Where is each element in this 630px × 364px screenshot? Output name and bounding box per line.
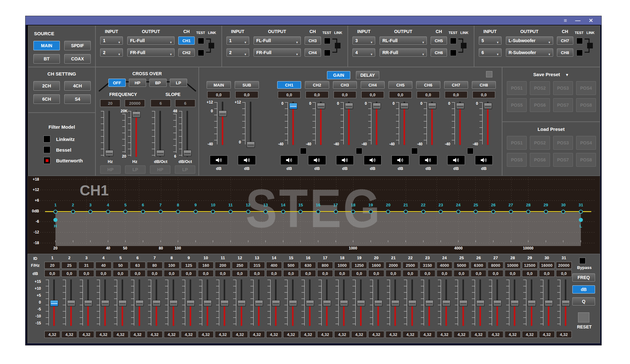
- eq-band-q[interactable]: 4,32: [215, 331, 231, 338]
- gain-pair-link-checkbox-4[interactable]: [467, 148, 473, 154]
- gain-value-ch2[interactable]: 0,0: [306, 91, 328, 98]
- mute-button-sub[interactable]: [238, 155, 256, 165]
- save-preset-pos1[interactable]: POS1: [507, 81, 527, 95]
- band-marker[interactable]: [544, 210, 548, 214]
- eq-band-frequency[interactable]: 4000: [437, 262, 452, 269]
- load-preset-pos8[interactable]: POS8: [576, 153, 596, 167]
- gain-value-main[interactable]: 0,0: [207, 91, 230, 98]
- eq-band-q[interactable]: 4,32: [181, 331, 197, 338]
- menu-icon[interactable]: ≡: [564, 18, 567, 23]
- eq-band-db[interactable]: 0,0: [488, 270, 503, 277]
- eq-band-fader-28-handle[interactable]: [511, 300, 519, 306]
- test-checkbox-ch3[interactable]: [324, 38, 330, 44]
- eq-band-q[interactable]: 4,32: [249, 331, 265, 338]
- eq-band-fader-24-handle[interactable]: [442, 300, 450, 306]
- ch-setting-button-4ch[interactable]: 4CH: [64, 81, 91, 91]
- eq-band-q[interactable]: 4,32: [266, 331, 282, 338]
- band-marker[interactable]: [526, 210, 530, 214]
- eq-band-fader-13-handle[interactable]: [255, 300, 263, 306]
- gain-pair-link-checkbox-3[interactable]: [411, 148, 418, 154]
- gain-value-ch5[interactable]: 0,0: [389, 91, 412, 98]
- ch-select-button-ch5[interactable]: CH5: [431, 36, 447, 45]
- hp-crossover-marker[interactable]: [54, 218, 58, 222]
- eq-band-frequency[interactable]: 100: [164, 262, 180, 269]
- eq-band-frequency[interactable]: 6300: [471, 262, 486, 269]
- ch-select-button-ch7[interactable]: CH7: [557, 36, 573, 45]
- output-select-ch2[interactable]: FR-Full▼: [127, 48, 175, 57]
- gain-link-all-checkbox[interactable]: [486, 71, 492, 77]
- save-preset-pos6[interactable]: POS6: [530, 98, 550, 112]
- eq-band-fader-15-handle[interactable]: [289, 300, 297, 306]
- filter-checkbox-bessel[interactable]: [43, 146, 50, 153]
- save-preset-pos7[interactable]: POS7: [553, 98, 573, 112]
- eq-band-frequency[interactable]: 2500: [403, 262, 418, 269]
- eq-band-q[interactable]: 4,32: [300, 331, 316, 338]
- band-marker[interactable]: [264, 210, 268, 214]
- band-marker[interactable]: [246, 210, 250, 214]
- load-preset-pos4[interactable]: POS4: [576, 136, 596, 150]
- input-select-ch8[interactable]: 6▼: [479, 48, 501, 57]
- xo-hp-slope-slider-handle[interactable]: [156, 150, 164, 156]
- link-pair-control[interactable]: [584, 36, 595, 57]
- lp-freq-value[interactable]: 20000: [125, 99, 145, 107]
- band-marker[interactable]: [299, 210, 303, 214]
- link-pair-control[interactable]: [458, 36, 468, 57]
- minimize-icon[interactable]: —: [575, 18, 581, 23]
- output-select-ch5[interactable]: RL-Full▼: [380, 36, 427, 45]
- eq-band-fader-30-handle[interactable]: [545, 300, 553, 306]
- eq-band-frequency[interactable]: 40: [95, 262, 111, 269]
- eq-band-db[interactable]: 0,0: [368, 270, 384, 277]
- eq-band-q[interactable]: 4,32: [505, 331, 520, 338]
- band-marker[interactable]: [193, 210, 198, 214]
- band-marker[interactable]: [316, 210, 320, 214]
- eq-band-frequency[interactable]: 250: [232, 262, 248, 269]
- eq-band-q[interactable]: 4,32: [44, 331, 60, 338]
- eq-band-q[interactable]: 4,32: [437, 331, 452, 338]
- gain-pair-link-checkbox-1[interactable]: [300, 148, 306, 154]
- test-checkbox-ch2[interactable]: [198, 50, 204, 56]
- band-marker[interactable]: [123, 210, 128, 214]
- test-checkbox-ch8[interactable]: [576, 50, 583, 56]
- gain-fader-sub-handle[interactable]: [247, 142, 255, 148]
- load-preset-pos6[interactable]: POS6: [530, 153, 550, 167]
- eq-band-db[interactable]: 0,0: [249, 270, 265, 277]
- eq-band-frequency[interactable]: 1250: [351, 262, 367, 269]
- test-checkbox-ch4[interactable]: [324, 50, 330, 56]
- eq-band-q[interactable]: 4,32: [403, 331, 418, 338]
- eq-band-db[interactable]: 0,0: [198, 270, 214, 277]
- eq-band-db[interactable]: 0,0: [539, 270, 555, 277]
- eq-band-frequency[interactable]: 31: [78, 262, 94, 269]
- gain-fader-main-handle[interactable]: [219, 110, 227, 117]
- output-select-ch7[interactable]: L-Subwoofer▼: [506, 36, 553, 45]
- eq-band-fader-9-handle[interactable]: [186, 300, 195, 306]
- eq-band-q[interactable]: 4,32: [61, 331, 77, 338]
- eq-band-db[interactable]: 0,0: [317, 270, 333, 277]
- eq-band-q[interactable]: 4,32: [522, 331, 538, 338]
- crossover-mode-bp[interactable]: BP: [149, 79, 167, 87]
- gain-channel-button-ch7[interactable]: CH7: [444, 81, 468, 89]
- band-marker[interactable]: [439, 210, 443, 214]
- eq-band-frequency[interactable]: 20000: [556, 262, 572, 269]
- eq-band-frequency[interactable]: 200: [215, 262, 231, 269]
- close-icon[interactable]: ✕: [589, 18, 593, 23]
- save-preset-pos3[interactable]: POS3: [553, 81, 573, 95]
- freq-mode-button[interactable]: FREQ: [572, 273, 595, 282]
- eq-band-db[interactable]: 0,0: [147, 270, 163, 277]
- eq-band-db[interactable]: 0,0: [351, 270, 367, 277]
- eq-band-q[interactable]: 4,32: [539, 331, 555, 338]
- band-marker[interactable]: [474, 210, 478, 214]
- crossover-mode-off[interactable]: OFF: [108, 79, 126, 87]
- gain-channel-button-ch4[interactable]: CH4: [361, 81, 385, 89]
- eq-band-frequency[interactable]: 80: [147, 262, 163, 269]
- xo-lp-freq-slider-handle[interactable]: [132, 111, 140, 118]
- band-marker[interactable]: [561, 210, 565, 214]
- eq-band-db[interactable]: 0,0: [454, 270, 469, 277]
- db-mode-button[interactable]: dB: [572, 285, 595, 294]
- eq-band-frequency[interactable]: 1600: [368, 262, 384, 269]
- output-select-ch6[interactable]: RR-Full▼: [380, 48, 427, 57]
- gain-channel-button-ch8[interactable]: CH8: [472, 81, 496, 89]
- mute-button-main[interactable]: [210, 155, 228, 165]
- band-marker[interactable]: [211, 210, 215, 214]
- link-pair-control[interactable]: [332, 36, 342, 57]
- eq-band-fader-27-handle[interactable]: [493, 300, 501, 306]
